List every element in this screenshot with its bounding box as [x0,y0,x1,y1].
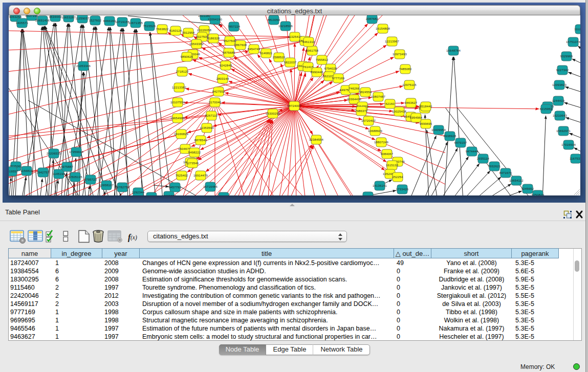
svg-text:10025438: 10025438 [392,110,406,113]
svg-text:1405571: 1405571 [16,21,29,25]
svg-text:9474444: 9474444 [466,150,478,153]
svg-text:8878542: 8878542 [194,139,207,142]
svg-text:1273546: 1273546 [186,162,199,165]
svg-text:19218506: 19218506 [278,25,293,28]
svg-text:5822037: 5822037 [284,61,297,64]
svg-text:6794028: 6794028 [324,67,337,70]
svg-text:5875685: 5875685 [223,51,235,54]
svg-text:9227342: 9227342 [556,69,569,72]
svg-text:16914479: 16914479 [193,174,208,177]
svg-text:7625402: 7625402 [176,174,188,177]
svg-text:7515526: 7515526 [143,25,156,28]
svg-text:1112133: 1112133 [574,28,580,31]
svg-text:9329966: 9329966 [560,55,573,58]
svg-text:1954964: 1954964 [410,116,423,119]
svg-text:746266: 746266 [349,87,360,90]
svg-text:20364436: 20364436 [347,98,361,101]
svg-text:9975887: 9975887 [61,165,74,168]
svg-text:62160: 62160 [385,102,395,105]
svg-text:5498222: 5498222 [188,151,201,154]
svg-text:9777169: 9777169 [332,77,345,80]
svg-text:12093823: 12093823 [552,83,567,86]
svg-text:10654112: 10654112 [509,179,524,182]
svg-text:16409954: 16409954 [431,128,446,132]
svg-text:10653287: 10653287 [61,16,76,19]
svg-text:9527508: 9527508 [224,39,236,42]
svg-text:14136141: 14136141 [373,184,387,187]
svg-text:11259037: 11259037 [75,17,90,20]
svg-text:1795723: 1795723 [84,178,97,181]
svg-text:15692971: 15692971 [556,129,571,133]
svg-text:6479197: 6479197 [454,141,467,144]
svg-text:17359914: 17359914 [69,150,83,154]
svg-text:9084067: 9084067 [381,152,394,156]
svg-text:2588520: 2588520 [273,56,286,59]
svg-text:8160124: 8160124 [169,29,182,32]
svg-text:1167533: 1167533 [570,157,580,160]
svg-text:1244419: 1244419 [552,99,565,102]
svg-text:8267110: 8267110 [205,114,217,117]
svg-text:9463627: 9463627 [405,101,418,104]
svg-text:12213967: 12213967 [385,40,399,43]
svg-text:15300295: 15300295 [266,112,280,115]
svg-text:9146821: 9146821 [260,52,273,55]
svg-text:2803144: 2803144 [216,77,229,80]
svg-text:18807249: 18807249 [374,141,388,144]
svg-text:8454749: 8454749 [248,48,260,51]
svg-text:9750829: 9750829 [532,193,545,195]
svg-text:7986372: 7986372 [355,110,368,113]
svg-text:12094190: 12094190 [208,18,222,21]
svg-text:2942757: 2942757 [37,171,50,174]
svg-text:10807487: 10807487 [371,95,385,98]
svg-text:18724007: 18724007 [287,104,301,107]
svg-text:2087682: 2087682 [366,17,379,20]
svg-text:2718120: 2718120 [176,70,189,73]
svg-text:16210643: 16210643 [553,114,567,117]
svg-text:3170046: 3170046 [209,101,222,104]
svg-text:6961758: 6961758 [306,49,319,52]
svg-text:10958107: 10958107 [99,184,114,187]
svg-text:1615132: 1615132 [386,164,399,167]
svg-text:8471676: 8471676 [499,171,512,174]
svg-text:6466160: 6466160 [103,19,116,23]
svg-text:1145194: 1145194 [53,172,65,176]
svg-text:10107554: 10107554 [170,101,185,104]
svg-text:1292344: 1292344 [132,191,145,194]
svg-text:10205834: 10205834 [162,194,176,195]
svg-text:12505135: 12505135 [68,176,82,179]
svg-text:15716485: 15716485 [203,185,217,188]
svg-text:12975115: 12975115 [402,83,417,86]
svg-text:8215953: 8215953 [540,107,553,111]
svg-text:1156819: 1156819 [20,169,33,172]
svg-text:15720407: 15720407 [361,119,376,122]
svg-text:(x): (x) [130,234,137,241]
svg-text:9245652: 9245652 [521,187,534,190]
svg-text:23226058: 23226058 [197,29,211,32]
svg-text:4461310: 4461310 [302,40,315,43]
svg-text:16648784: 16648784 [446,49,461,52]
svg-text:3824554: 3824554 [359,91,372,94]
svg-text:9457791: 9457791 [169,186,182,189]
svg-text:3912954: 3912954 [182,31,195,34]
svg-text:1527602: 1527602 [89,19,102,22]
svg-text:19166829: 19166829 [174,133,188,136]
svg-text:2935114: 2935114 [477,157,489,160]
svg-text:9063254: 9063254 [9,15,22,18]
svg-text:10973493: 10973493 [393,53,407,56]
svg-text:19654985: 19654985 [170,117,185,120]
svg-text:16543382: 16543382 [189,42,204,46]
svg-text:20691406: 20691406 [35,19,50,22]
svg-text:7955812: 7955812 [316,58,329,61]
svg-text:21053346: 21053346 [76,64,91,68]
svg-text:8637199: 8637199 [26,15,38,17]
svg-text:9242845: 9242845 [220,64,232,67]
svg-text:8938928: 8938928 [444,135,456,138]
svg-text:8427552: 8427552 [212,90,225,93]
svg-text:1733426: 1733426 [396,188,409,191]
svg-text:11353594: 11353594 [200,126,214,129]
svg-text:12384554: 12384554 [309,138,323,141]
svg-text:7857224: 7857224 [228,25,241,28]
svg-text:8186328: 8186328 [207,37,220,40]
svg-text:12213382: 12213382 [172,86,186,89]
svg-text:16154808: 16154808 [376,27,390,30]
